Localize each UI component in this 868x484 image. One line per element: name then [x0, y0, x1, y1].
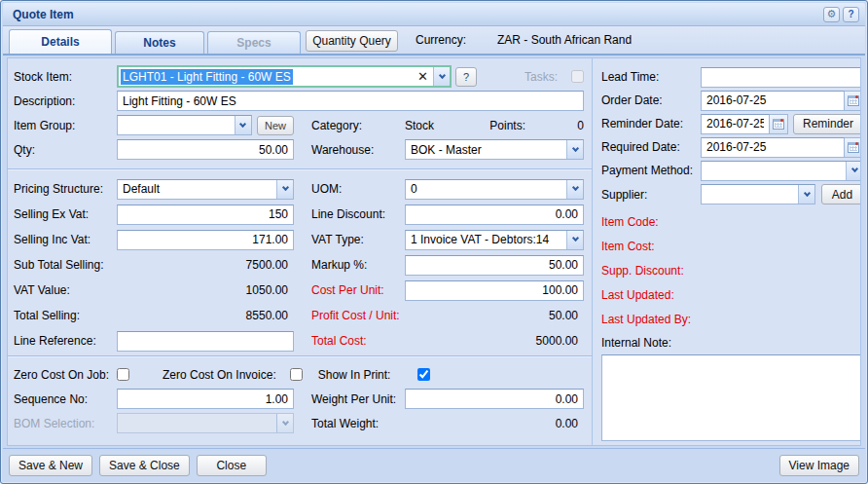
order-date-label: Order Date: — [601, 93, 701, 107]
required-date-label: Required Date: — [601, 140, 701, 154]
category-value: Stock — [405, 119, 434, 132]
pricing-structure-value: Default — [118, 182, 276, 196]
save-and-close-button[interactable]: Save & Close — [99, 455, 190, 476]
weight-per-unit-input[interactable] — [405, 389, 584, 409]
total-cost-label: Total Cost: — [311, 334, 405, 348]
category-label: Category: — [311, 119, 405, 132]
settings-button[interactable]: ⚙ — [823, 7, 840, 22]
tab-specs: Specs — [207, 31, 301, 54]
line-discount-input[interactable] — [405, 205, 584, 225]
item-group-dropdown-button[interactable] — [235, 116, 251, 134]
payment-method-label: Payment Method: — [601, 164, 701, 177]
qty-label: Qty: — [14, 143, 117, 157]
markup-input[interactable] — [405, 255, 584, 276]
sequence-no-input[interactable] — [117, 389, 294, 409]
footer-bar: Save & New Save & Close Close View Image — [3, 448, 865, 481]
lead-time-input[interactable] — [701, 67, 861, 88]
description-input[interactable] — [117, 91, 584, 111]
vat-value-label: VAT Value: — [14, 283, 117, 297]
line-discount-label: Line Discount: — [311, 207, 405, 221]
line-reference-input[interactable] — [117, 331, 294, 352]
stock-item-label: Stock Item: — [14, 70, 117, 84]
item-group-new-button[interactable]: New — [257, 116, 294, 135]
chevron-down-icon — [571, 144, 578, 151]
zero-cost-on-invoice-checkbox[interactable] — [290, 368, 303, 381]
currency-value: ZAR - South African Rand — [497, 33, 632, 47]
cost-per-unit-input[interactable] — [405, 280, 584, 301]
view-image-button[interactable]: View Image — [779, 455, 859, 476]
order-date-input[interactable] — [701, 91, 845, 111]
item-group-label: Item Group: — [14, 119, 117, 132]
total-selling-label: Total Selling: — [14, 309, 117, 322]
pricing-structure-select[interactable]: Default — [117, 179, 294, 200]
payment-method-dropdown-button[interactable] — [846, 162, 861, 180]
stock-item-help-button[interactable]: ? — [455, 67, 477, 87]
zero-cost-on-job-checkbox[interactable] — [117, 368, 129, 381]
reminder-button[interactable]: Reminder — [793, 114, 861, 134]
pricing-structure-dropdown-button[interactable] — [276, 180, 293, 199]
stock-item-value: LGHT01 - Light Fitting - 60W ES — [121, 69, 293, 85]
section-item: Stock Item: LGHT01 - Light Fitting - 60W… — [8, 58, 592, 168]
zero-cost-on-invoice-label: Zero Cost On Invoice: — [163, 368, 276, 382]
warehouse-dropdown-button[interactable] — [566, 140, 583, 159]
line-reference-label: Line Reference: — [14, 334, 117, 348]
total-selling-value: 8550.00 — [117, 309, 294, 322]
help-button[interactable]: ? — [843, 7, 859, 22]
stock-item-dropdown-button[interactable] — [433, 67, 450, 86]
vat-type-dropdown-button[interactable] — [566, 231, 583, 249]
right-panel: Lead Time: Order Date: Reminder Date: Re… — [593, 58, 861, 445]
uom-select[interactable]: 0 — [405, 179, 584, 200]
payment-method-select[interactable] — [701, 161, 861, 181]
calendar-icon — [848, 95, 859, 106]
chevron-down-icon — [281, 418, 288, 425]
vat-type-label: VAT Type: — [311, 233, 405, 246]
warehouse-label: Warehouse: — [311, 143, 405, 157]
total-weight-label: Total Weight: — [311, 417, 405, 430]
reminder-date-label: Reminder Date: — [601, 117, 701, 130]
bom-selection-select — [117, 413, 294, 433]
supplier-dropdown-button[interactable] — [798, 185, 814, 204]
save-and-new-button[interactable]: Save & New — [9, 455, 92, 476]
titlebar: Quote Item ⚙ ? — [3, 3, 865, 26]
quantity-query-button[interactable]: Quantity Query — [306, 30, 398, 52]
supp-discount-label: Supp. Discount: — [601, 264, 684, 278]
currency-label: Currency: — [416, 33, 466, 47]
internal-note-input[interactable] — [601, 354, 861, 441]
reminder-date-input[interactable] — [701, 114, 770, 134]
tasks-label: Tasks: — [524, 70, 558, 84]
selling-inc-vat-input[interactable] — [117, 230, 294, 250]
profit-cost-unit-label: Profit Cost / Unit: — [311, 309, 405, 322]
selling-ex-vat-label: Selling Ex Vat: — [14, 207, 117, 221]
close-button[interactable]: Close — [197, 455, 267, 476]
internal-note-label: Internal Note: — [601, 336, 671, 350]
stock-item-combo[interactable]: LGHT01 - Light Fitting - 60W ES ✕ — [117, 65, 452, 88]
item-group-select[interactable] — [117, 115, 252, 135]
tab-notes[interactable]: Notes — [115, 31, 204, 54]
vat-type-select[interactable]: 1 Invoice VAT - Debtors:14 — [405, 230, 584, 250]
reminder-date-calendar-button[interactable] — [770, 114, 788, 134]
selling-ex-vat-input[interactable] — [117, 205, 294, 225]
uom-dropdown-button[interactable] — [566, 180, 583, 199]
chevron-down-icon — [571, 235, 578, 242]
required-date-calendar-button[interactable] — [845, 137, 861, 158]
tab-details[interactable]: Details — [9, 29, 112, 54]
uom-label: UOM: — [311, 182, 405, 196]
supplier-add-button[interactable]: Add — [821, 184, 861, 205]
item-code-label: Item Code: — [601, 215, 659, 229]
gear-icon: ⚙ — [827, 9, 837, 19]
total-weight-value: 0.00 — [405, 417, 584, 430]
order-date-calendar-button[interactable] — [845, 91, 861, 111]
help-icon: ? — [848, 9, 853, 19]
show-in-print-checkbox[interactable] — [417, 368, 430, 381]
selling-inc-vat-label: Selling Inc Vat: — [14, 233, 117, 246]
clear-icon[interactable]: ✕ — [413, 69, 433, 84]
section-pricing: Pricing Structure: Default UOM: 0 — [8, 168, 592, 355]
show-in-print-label: Show In Print: — [318, 368, 412, 382]
supplier-select[interactable] — [701, 184, 815, 205]
required-date-input[interactable] — [701, 137, 845, 158]
warehouse-select[interactable]: BOK - Master — [405, 139, 584, 160]
uom-value: 0 — [406, 182, 566, 196]
chevron-down-icon — [803, 189, 810, 196]
points-value: 0 — [525, 119, 584, 132]
qty-input[interactable] — [117, 139, 294, 160]
